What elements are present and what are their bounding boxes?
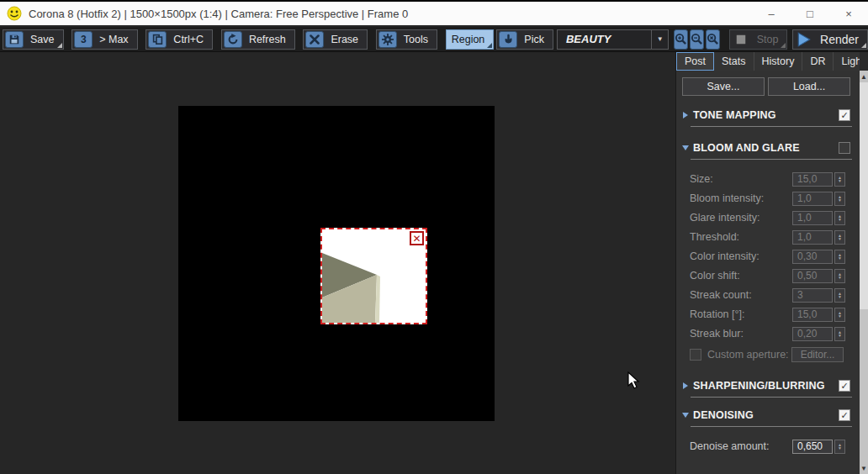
bloom-intensity-input[interactable]: 1,0: [792, 192, 833, 206]
spinner-control[interactable]: ▲▼: [834, 230, 845, 245]
streak-count-input[interactable]: 3: [792, 288, 833, 303]
copy-icon: [148, 31, 167, 48]
zoom-in-icon: [675, 33, 687, 45]
save-button[interactable]: Save: [3, 29, 64, 50]
divider: [691, 397, 852, 398]
region-button[interactable]: Region: [446, 29, 495, 50]
spinner-control[interactable]: ▲▼: [834, 250, 845, 264]
spinner-control[interactable]: ▲▼: [834, 327, 845, 341]
field-color-shift: Color shift: 0,50 ▲▼: [676, 268, 860, 283]
spinner-control[interactable]: ▲▼: [834, 172, 845, 187]
spinner-control[interactable]: ▲▼: [834, 440, 845, 454]
render-button[interactable]: Render: [792, 29, 868, 50]
pointing-hand-icon: [499, 31, 517, 48]
spinner-control[interactable]: ▲▼: [834, 288, 845, 303]
denoising-checkbox[interactable]: ✓: [839, 409, 850, 421]
refresh-icon: [224, 31, 242, 48]
region-close-button[interactable]: ✕: [410, 231, 424, 245]
stop-button: Stop: [729, 29, 788, 50]
send-to-max-button[interactable]: 3 > Max: [71, 29, 137, 50]
window-title: Corona 8 (Hotfix 2) | 1500×1500px (1:4) …: [29, 8, 408, 20]
post-save-button[interactable]: Save...: [682, 77, 765, 96]
zoom-in-button[interactable]: [674, 29, 688, 50]
spinner-control[interactable]: ▲▼: [834, 269, 845, 283]
erase-button[interactable]: Erase: [303, 29, 368, 50]
scrollbar-thumb[interactable]: [860, 82, 868, 309]
refresh-button[interactable]: Refresh: [221, 29, 295, 50]
close-button[interactable]: ×: [829, 2, 868, 25]
title-bar: Corona 8 (Hotfix 2) | 1500×1500px (1:4) …: [0, 0, 868, 25]
divider: [691, 426, 852, 427]
expanded-arrow-icon: [681, 411, 690, 419]
render-viewport[interactable]: ✕: [0, 52, 675, 474]
spinner-control[interactable]: ▲▼: [834, 192, 845, 206]
minimize-button[interactable]: –: [752, 2, 791, 25]
bloom-glare-checkbox[interactable]: [839, 142, 850, 154]
tab-post[interactable]: Post: [676, 52, 714, 71]
sharpening-checkbox[interactable]: ✓: [839, 380, 850, 392]
color-shift-input[interactable]: 0,50: [792, 269, 833, 283]
divider: [691, 159, 852, 160]
section-denoising[interactable]: DENOISING ✓: [676, 408, 860, 422]
dropdown-fold: [57, 43, 62, 48]
field-glare-intensity: Glare intensity: 1,0 ▲▼: [676, 210, 860, 225]
panel-scrollbar[interactable]: ▲ ▼: [860, 71, 868, 474]
maximize-button[interactable]: □: [791, 2, 829, 25]
collapsed-arrow-icon: [681, 111, 690, 119]
collapsed-arrow-icon: [681, 382, 690, 390]
tab-stats[interactable]: Stats: [714, 52, 754, 71]
mouse-cursor: [627, 371, 641, 390]
chevron-down-icon: ▼: [651, 30, 668, 49]
field-bloom-intensity: Bloom intensity: 1,0 ▲▼: [676, 191, 860, 206]
gear-icon: [378, 31, 397, 48]
section-tone-mapping[interactable]: TONE MAPPING ✓: [676, 108, 860, 122]
spinner-control[interactable]: ▲▼: [834, 308, 845, 322]
threshold-input[interactable]: 1,0: [792, 230, 833, 245]
toolbar: Save 3 > Max Ctrl+C Refresh Erase: [0, 27, 868, 52]
zoom-out-icon: [691, 33, 703, 45]
rendered-image[interactable]: ✕: [178, 106, 495, 421]
dropdown-fold: [861, 43, 866, 48]
field-denoise-amount: Denoise amount: 0,650 ▲▼: [676, 439, 860, 454]
section-bloom-glare[interactable]: BLOOM AND GLARE: [676, 141, 860, 155]
field-size: Size: 15,0 ▲▼: [676, 171, 860, 187]
dropdown-fold: [781, 43, 786, 48]
render-element-select[interactable]: BEAUTY ▼: [557, 29, 669, 50]
tone-mapping-checkbox[interactable]: ✓: [839, 109, 850, 121]
x-erase-icon: [305, 31, 324, 48]
field-streak-blur: Streak blur: 0,20 ▲▼: [676, 326, 860, 341]
zoom-reset-button[interactable]: [706, 29, 720, 50]
corona-smiley-icon: [7, 6, 22, 21]
rotation-input[interactable]: 15,0: [792, 308, 833, 322]
tools-button[interactable]: Tools: [376, 29, 437, 50]
pick-button[interactable]: Pick: [496, 29, 553, 50]
custom-aperture-checkbox[interactable]: [690, 349, 701, 361]
copy-button[interactable]: Ctrl+C: [146, 29, 213, 50]
render-region-rectangle[interactable]: ✕: [320, 228, 427, 324]
field-rotation: Rotation [°]: 15,0 ▲▼: [676, 307, 860, 322]
scroll-up-arrow-icon[interactable]: ▲: [860, 71, 868, 82]
field-custom-aperture: Custom aperture: Editor...: [676, 347, 860, 362]
scroll-down-arrow-icon[interactable]: ▼: [860, 462, 868, 474]
field-threshold: Threshold: 1,0 ▲▼: [676, 229, 860, 245]
expanded-arrow-icon: [681, 144, 690, 152]
3dsmax-icon: 3: [74, 31, 93, 48]
glare-intensity-input[interactable]: 1,0: [792, 211, 833, 225]
selected-channel: BEAUTY: [558, 33, 651, 45]
panel-tab-bar: Post Stats History DR LightMix: [676, 52, 868, 71]
color-intensity-input[interactable]: 0,30: [792, 250, 833, 264]
field-streak-count: Streak count: 3 ▲▼: [676, 287, 860, 303]
denoise-amount-input[interactable]: 0,650: [792, 440, 833, 454]
floppy-disk-icon: [5, 31, 24, 48]
section-sharpening[interactable]: SHARPENING/BLURRING ✓: [676, 379, 860, 392]
zoom-out-button[interactable]: [690, 29, 704, 50]
corona-frame-buffer-window: Corona 8 (Hotfix 2) | 1500×1500px (1:4) …: [0, 0, 868, 474]
streak-blur-input[interactable]: 0,20: [792, 327, 833, 341]
aperture-editor-button: Editor...: [791, 347, 844, 362]
spinner-control[interactable]: ▲▼: [834, 211, 845, 225]
post-load-button[interactable]: Load...: [768, 77, 850, 96]
tab-history[interactable]: History: [754, 52, 803, 71]
size-input[interactable]: 15,0: [792, 172, 833, 187]
dropdown-fold: [487, 43, 492, 48]
tab-dr[interactable]: DR: [802, 52, 834, 71]
